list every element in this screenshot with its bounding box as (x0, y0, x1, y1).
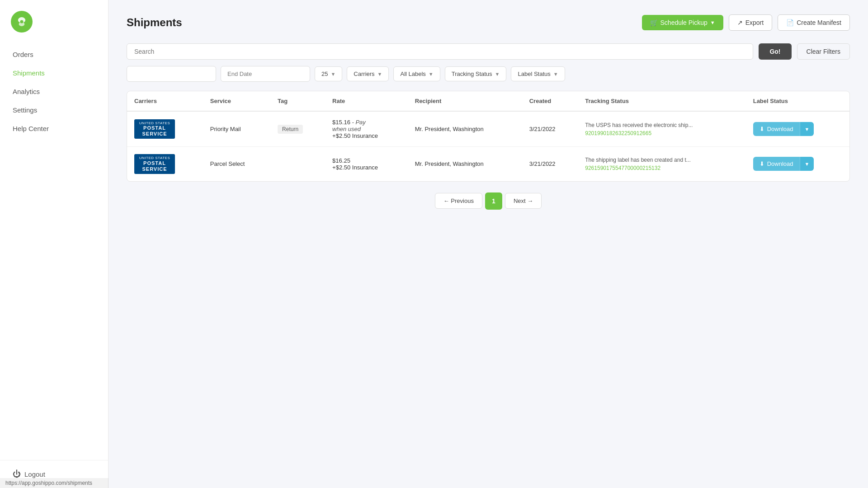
label-status-dropdown[interactable]: Label Status ▼ (511, 66, 565, 81)
rate-cell: $16.25 +$2.50 Insurance (325, 147, 408, 181)
rate-insurance: +$2.50 Insurance (332, 132, 378, 139)
sidebar-nav: Orders Shipments Analytics Settings Help… (0, 42, 108, 460)
col-tag: Tag (270, 91, 325, 111)
col-tracking-status: Tracking Status (578, 91, 745, 111)
previous-button[interactable]: ← Previous (435, 193, 482, 209)
tracking-text: The shipping label has been created and … (585, 157, 691, 163)
download-button[interactable]: ⬇ Download (753, 122, 800, 136)
sidebar-item-orders[interactable]: Orders (0, 45, 108, 64)
schedule-pickup-button[interactable]: 🛒 Schedule Pickup ▼ (642, 15, 723, 30)
logout-button[interactable]: ⏻ Logout (13, 469, 95, 479)
filters-row: 2021-12-22 25 ▼ Carriers ▼ All Labels ▼ … (127, 66, 850, 82)
tag-cell (270, 147, 325, 181)
page-1-button[interactable]: 1 (485, 192, 502, 210)
page-header: Shipments 🛒 Schedule Pickup ▼ ↗ Export 📄… (127, 14, 850, 31)
col-created: Created (522, 91, 578, 111)
col-service: Service (203, 91, 270, 111)
col-rate: Rate (325, 91, 408, 111)
rate-main: $16.25 (332, 157, 350, 164)
download-dropdown-icon: ▼ (805, 127, 810, 132)
download-caret-button[interactable]: ▼ (800, 122, 814, 136)
shipments-table-wrapper: Carriers Service Tag Rate Recipient Crea… (127, 91, 850, 182)
carrier-cell: UNITED STATES POSTAL SERVICE (127, 111, 203, 147)
sidebar-item-analytics[interactable]: Analytics (0, 82, 108, 101)
created-cell: 3/21/2022 (522, 147, 578, 181)
download-dropdown-icon: ▼ (805, 161, 810, 167)
tracking-status-dropdown[interactable]: Tracking Status ▼ (445, 66, 507, 81)
status-bar: https://app.goshippo.com/shipments (0, 478, 108, 488)
status-url: https://app.goshippo.com/shipments (5, 480, 92, 486)
tracking-link[interactable]: 9261590175547700000215132 (585, 165, 738, 171)
sidebar-item-settings[interactable]: Settings (0, 101, 108, 119)
service-name: Parcel Select (210, 160, 245, 167)
col-carriers: Carriers (127, 91, 203, 111)
recipient-name: Mr. President, Washington (415, 160, 484, 167)
tag-badge: Return (278, 125, 303, 134)
download-label: Download (767, 126, 793, 132)
all-labels-dropdown[interactable]: All Labels ▼ (393, 66, 440, 81)
carrier-cell: UNITED STATES POSTAL SERVICE (127, 147, 203, 181)
service-cell: Priority Mail (203, 111, 270, 147)
export-button[interactable]: ↗ Export (729, 14, 772, 31)
col-label-status: Label Status (746, 91, 849, 111)
export-label: Export (745, 19, 764, 26)
start-date-input[interactable]: 2021-12-22 (127, 66, 216, 82)
schedule-pickup-chevron-icon: ▼ (710, 20, 715, 25)
per-page-value: 25 (321, 70, 328, 77)
label-status-cell: ⬇ Download ▼ (746, 147, 849, 181)
all-labels-chevron-icon: ▼ (429, 71, 434, 77)
recipient-cell: Mr. President, Washington (408, 147, 522, 181)
main-content: Shipments 🛒 Schedule Pickup ▼ ↗ Export 📄… (108, 0, 868, 488)
download-button-group: ⬇ Download ▼ (753, 122, 842, 136)
table-row: UNITED STATES POSTAL SERVICE Parcel Sele… (127, 147, 849, 181)
table-row: UNITED STATES POSTAL SERVICE Priority Ma… (127, 111, 849, 147)
schedule-pickup-icon: 🛒 (650, 19, 658, 26)
sidebar-item-shipments[interactable]: Shipments (0, 64, 108, 82)
go-button[interactable]: Go! (759, 43, 791, 60)
export-icon: ↗ (737, 19, 743, 26)
tracking-status-chevron-icon: ▼ (495, 71, 500, 77)
schedule-pickup-label: Schedule Pickup (660, 19, 708, 26)
tracking-link[interactable]: 9201990182632250912665 (585, 130, 738, 136)
shipments-table: Carriers Service Tag Rate Recipient Crea… (127, 91, 849, 181)
sidebar-item-help-center[interactable]: Help Center (0, 119, 108, 138)
usps-logo: UNITED STATES POSTAL SERVICE (134, 119, 196, 139)
tracking-status-cell: The USPS has received the electronic shi… (578, 111, 745, 147)
sidebar: Orders Shipments Analytics Settings Help… (0, 0, 108, 488)
next-button[interactable]: Next → (505, 193, 542, 209)
logout-label: Logout (24, 470, 45, 478)
download-caret-button[interactable]: ▼ (800, 157, 814, 171)
tracking-status-label: Tracking Status (452, 70, 492, 77)
logo-area (0, 0, 108, 42)
col-recipient: Recipient (408, 91, 522, 111)
carriers-chevron-icon: ▼ (377, 71, 382, 77)
download-button-group: ⬇ Download ▼ (753, 157, 842, 171)
recipient-cell: Mr. President, Washington (408, 111, 522, 147)
tracking-status-cell: The shipping label has been created and … (578, 147, 745, 181)
download-icon: ⬇ (760, 160, 764, 167)
recipient-name: Mr. President, Washington (415, 126, 484, 132)
all-labels-label: All Labels (400, 70, 425, 77)
manifest-icon: 📄 (786, 19, 794, 26)
app-logo (11, 11, 33, 33)
page-title: Shipments (127, 16, 182, 29)
download-button[interactable]: ⬇ Download (753, 157, 800, 171)
create-manifest-button[interactable]: 📄 Create Manifest (778, 14, 850, 31)
per-page-dropdown[interactable]: 25 ▼ (315, 66, 342, 81)
clear-filters-button[interactable]: Clear Filters (797, 43, 850, 60)
label-status-cell: ⬇ Download ▼ (746, 111, 849, 147)
pagination: ← Previous 1 Next → (127, 192, 850, 210)
service-cell: Parcel Select (203, 147, 270, 181)
search-input[interactable] (127, 43, 753, 60)
carriers-dropdown[interactable]: Carriers ▼ (347, 66, 389, 81)
search-row: Go! Clear Filters (127, 43, 850, 60)
usps-logo: UNITED STATES POSTAL SERVICE (134, 154, 196, 174)
created-date: 3/21/2022 (529, 160, 556, 167)
label-status-label: Label Status (518, 70, 550, 77)
download-icon: ⬇ (760, 126, 764, 132)
carriers-label: Carriers (354, 70, 374, 77)
logout-icon: ⏻ (13, 469, 21, 479)
service-name: Priority Mail (210, 126, 241, 132)
rate-main: $15.16 (332, 119, 350, 126)
end-date-input[interactable] (221, 66, 310, 82)
